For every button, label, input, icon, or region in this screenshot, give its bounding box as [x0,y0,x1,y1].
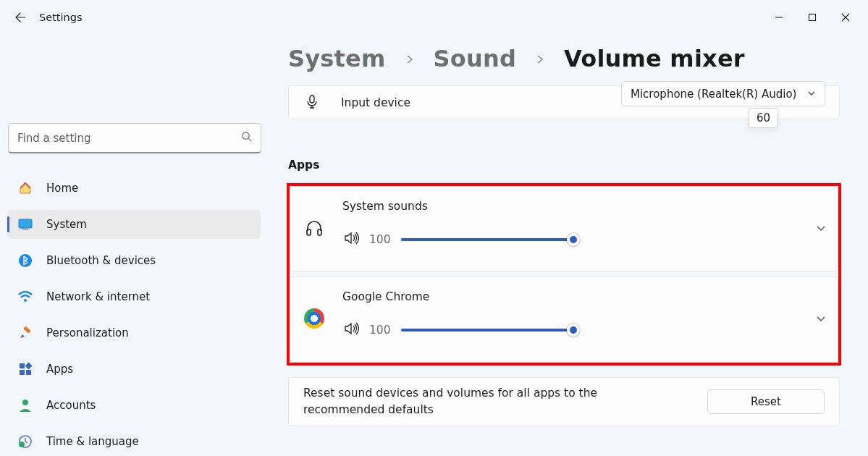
volume-slider[interactable] [401,324,573,337]
chevron-right-icon [535,50,545,68]
svg-rect-10 [20,370,25,375]
maximize-button[interactable] [796,6,829,29]
brush-icon [17,325,33,341]
volume-row: 100 [345,322,794,338]
chevron-down-icon [807,88,816,101]
maximize-icon [808,13,817,22]
svg-rect-2 [19,219,32,228]
svg-point-6 [24,299,27,302]
tooltip-value: 60 [757,111,770,124]
close-icon [841,13,850,22]
system-icon [17,216,33,232]
window-controls [762,6,862,29]
microphone-icon [305,94,319,111]
volume-slider[interactable] [401,233,573,246]
svg-rect-15 [310,96,314,103]
app-name: Google Chrome [342,290,429,303]
slider-thumb[interactable] [567,233,580,246]
title-bar: Settings [0,0,868,35]
app-card-google-chrome[interactable]: Google Chrome 100 [290,276,838,363]
person-icon [17,397,33,413]
app-card-system-sounds[interactable]: System sounds 100 [290,186,838,272]
nav-item-label: Time & language [46,435,139,448]
arrow-left-icon [14,12,26,23]
svg-rect-16 [307,229,311,235]
svg-point-1 [243,132,249,139]
chevron-down-icon [816,314,826,324]
svg-point-12 [22,400,28,405]
nav-item-system[interactable]: System [7,210,261,239]
nav-item-label: Home [46,182,78,195]
reset-card: Reset sound devices and volumes for all … [288,377,840,426]
nav-item-accounts[interactable]: Accounts [7,391,261,420]
main-content: System Sound Volume mixer Input device M… [288,45,854,426]
volume-row: 100 [345,232,794,248]
sidebar-nav: Home System Bluetooth & devices Network … [7,174,261,456]
breadcrumb-sound[interactable]: Sound [434,45,517,72]
chevron-right-icon [405,50,415,68]
nav-item-apps[interactable]: Apps [7,355,261,384]
nav-item-label: Accounts [46,399,96,412]
back-button[interactable] [6,3,35,32]
highlight-annotation: System sounds 100 Google Chrom [287,183,841,366]
nav-item-label: Apps [46,363,73,376]
nav-item-personalization[interactable]: Personalization [7,318,261,347]
nav-item-home[interactable]: Home [7,174,261,203]
wifi-icon [17,289,33,305]
expand-button[interactable] [816,223,826,237]
slider-fill [401,329,573,332]
nav-item-bluetooth[interactable]: Bluetooth & devices [7,246,261,275]
svg-rect-4 [22,229,28,230]
svg-rect-0 [809,14,816,21]
minimize-button[interactable] [762,6,796,29]
volume-value: 100 [369,233,391,246]
chevron-down-icon [816,224,826,234]
volume-tooltip: 60 [749,108,778,128]
svg-rect-7 [23,326,31,333]
slider-fill [401,238,573,241]
volume-value: 100 [369,324,391,337]
search-box[interactable] [8,123,261,153]
clock-globe-icon [17,434,33,449]
svg-rect-8 [20,363,25,368]
dropdown-value: Microphone (Realtek(R) Audio) [631,88,796,101]
home-icon [17,180,33,196]
nav-item-label: Network & internet [46,290,150,303]
close-button[interactable] [829,6,862,29]
breadcrumb-current: Volume mixer [564,45,745,72]
svg-rect-9 [25,363,33,370]
nav-item-label: Personalization [46,326,129,339]
breadcrumb: System Sound Volume mixer [288,45,854,72]
chrome-icon [303,308,325,329]
input-device-label: Input device [341,96,410,109]
reset-button[interactable]: Reset [707,389,825,414]
speaker-icon[interactable] [345,232,359,248]
nav-item-label: System [46,218,87,231]
minimize-icon [775,13,783,22]
svg-rect-11 [26,370,31,375]
search-container [8,123,261,153]
search-icon [241,131,252,145]
expand-button[interactable] [816,313,826,327]
apps-heading: Apps [288,159,854,172]
svg-rect-17 [318,229,321,235]
reset-description: Reset sound devices and volumes for all … [303,385,680,419]
headphones-icon [303,217,325,239]
reset-button-label: Reset [751,395,781,408]
speaker-icon[interactable] [345,322,359,338]
input-device-dropdown[interactable]: Microphone (Realtek(R) Audio) [621,81,825,106]
search-input[interactable] [17,132,241,145]
nav-item-time-language[interactable]: Time & language [7,427,261,456]
app-name: System sounds [342,200,428,213]
slider-thumb[interactable] [567,324,580,337]
nav-item-network[interactable]: Network & internet [7,282,261,311]
window-title: Settings [39,12,82,23]
svg-point-14 [19,442,25,447]
breadcrumb-system[interactable]: System [288,45,386,72]
bluetooth-icon [17,253,33,269]
nav-item-label: Bluetooth & devices [46,254,156,267]
apps-icon [17,361,33,377]
